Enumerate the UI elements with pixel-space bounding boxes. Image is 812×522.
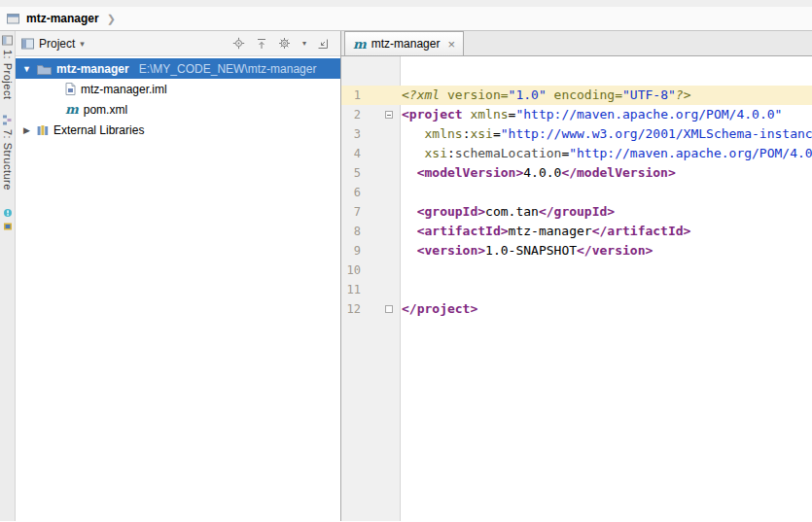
chevron-right-icon: ❯ [107,13,116,25]
code-text: <?xml version="1.0" encoding="UTF-8"?> [402,86,690,105]
project-tool-icon [2,35,13,46]
code-text: xmlns:xsi="http://www.w3.org/2001/XMLSch… [402,124,812,144]
code-line[interactable]: 10 [341,261,812,280]
code-line[interactable]: 8 <artifactId>mtz-manager</artifactId> [341,222,812,241]
tree-row-iml-file[interactable]: mtz-manager.iml [16,79,340,99]
chevron-down-icon[interactable]: ▾ [80,39,85,49]
fold-column [361,261,402,280]
chevron-right-icon[interactable]: ▶ [21,125,32,135]
code-line[interactable]: 5 <modelVersion>4.0.0</modelVersion> [341,163,812,183]
ide-window: mtz-manager ❯ 1: Project 7: Structure [0,0,812,522]
folder-icon [37,63,52,75]
fold-marker-icon[interactable] [385,111,393,119]
fold-column [361,163,402,183]
fold-column [361,183,402,202]
iml-file-name: mtz-manager.iml [81,83,167,96]
tool-window-stripe: 1: Project 7: Structure [0,31,16,521]
fold-column [361,124,402,144]
project-tree: ▼ mtz-manager E:\MY_CODE_NEW\mtz-manager… [16,56,340,521]
external-libraries-label: External Libraries [53,123,144,137]
editor-tab-bar: m mtz-manager × [341,31,812,56]
code-text: <version>1.0-SNAPSHOT</version> [402,241,653,261]
line-number: 6 [341,183,361,202]
tool-window-button-structure[interactable]: 7: Structure [2,115,14,191]
code-text: </project> [402,299,477,319]
line-number: 12 [341,299,361,319]
settings-icon[interactable] [278,37,291,50]
tree-row-pom-file[interactable]: m pom.xml [16,99,340,120]
hide-panel-icon[interactable] [317,38,329,50]
fold-column[interactable] [361,105,402,124]
fold-column [361,144,402,163]
line-number: 9 [341,241,361,261]
code-text: xsi:schemaLocation="http://maven.apache.… [402,144,812,163]
panel-title[interactable]: Project [39,37,75,51]
settings-dropdown-caret-icon[interactable]: ▾ [302,39,306,48]
tree-row-project-root[interactable]: ▼ mtz-manager E:\MY_CODE_NEW\mtz-manager [16,58,340,79]
project-icon [7,13,20,24]
line-number: 11 [341,280,361,299]
fold-column [361,222,402,241]
code-line[interactable]: 3 xmlns:xsi="http://www.w3.org/2001/XMLS… [341,124,812,144]
editor-area: m mtz-manager × 1<?xml version="1.0" enc… [341,31,812,521]
line-number: 1 [341,86,361,105]
line-number: 10 [341,261,361,280]
close-icon[interactable]: × [447,37,455,52]
main-area: 1: Project 7: Structure [0,31,812,521]
code-line[interactable]: 9 <version>1.0-SNAPSHOT</version> [341,241,812,261]
root-module-name: mtz-manager [56,62,129,76]
iml-file-icon [65,83,76,95]
project-panel-icon [21,38,34,50]
tool-window-label-structure: 7: Structure [2,129,14,191]
code-line[interactable]: 2<project xmlns="http://maven.apache.org… [341,105,812,124]
editor-tab-label: mtz-manager [371,37,441,51]
fold-column [361,241,402,261]
line-number: 3 [341,124,361,144]
collapse-all-icon[interactable] [256,38,267,50]
tool-window-button-project[interactable]: 1: Project [2,35,14,99]
stripe-extra-icon-1[interactable] [3,208,13,218]
project-panel-header: Project ▾ ▾ [16,31,340,56]
breadcrumb[interactable]: mtz-manager [26,12,99,25]
maven-icon: m [353,38,367,51]
tree-row-external-libraries[interactable]: ▶ External Libraries [16,120,340,140]
code-text: <modelVersion>4.0.0</modelVersion> [402,163,676,183]
fold-marker-icon[interactable] [385,305,393,313]
structure-tool-icon [2,115,13,125]
line-number: 2 [341,105,361,124]
fold-column [361,280,402,299]
menu-bar-cutoff-strip [0,0,812,7]
root-module-path: E:\MY_CODE_NEW\mtz-manager [139,62,317,76]
code-line[interactable]: 4 xsi:schemaLocation="http://maven.apach… [341,144,812,163]
scroll-from-source-icon[interactable] [232,37,245,50]
fold-column [361,86,402,105]
project-panel: Project ▾ ▾ [16,31,341,521]
fold-column[interactable] [361,299,402,319]
line-number: 5 [341,163,361,183]
maven-icon: m [65,103,79,116]
code-line[interactable]: 7 <groupId>com.tan</groupId> [341,202,812,222]
editor-tab-mtz-manager[interactable]: m mtz-manager × [344,31,464,55]
code-line[interactable]: 6 [341,183,812,202]
stripe-extra-buttons [3,208,13,231]
line-number: 4 [341,144,361,163]
line-number: 7 [341,202,361,222]
line-number: 8 [341,222,361,241]
code-text: <project xmlns="http://maven.apache.org/… [402,105,782,124]
code-line[interactable]: 11 [341,280,812,299]
code-line[interactable]: 1<?xml version="1.0" encoding="UTF-8"?> [341,86,812,105]
fold-column [361,202,402,222]
libraries-icon [37,124,49,136]
code-lines: 1<?xml version="1.0" encoding="UTF-8"?>2… [341,56,812,319]
pom-file-name: pom.xml [84,103,127,117]
stripe-extra-icon-2[interactable] [3,222,13,231]
navigation-bar: mtz-manager ❯ [0,7,812,31]
code-line[interactable]: 12</project> [341,299,812,319]
code-text: <groupId>com.tan</groupId> [402,202,615,222]
chevron-down-icon[interactable]: ▼ [21,64,32,74]
code-text: <artifactId>mtz-manager</artifactId> [402,222,690,241]
code-editor[interactable]: 1<?xml version="1.0" encoding="UTF-8"?>2… [341,56,812,521]
tool-window-label-project: 1: Project [2,50,14,99]
